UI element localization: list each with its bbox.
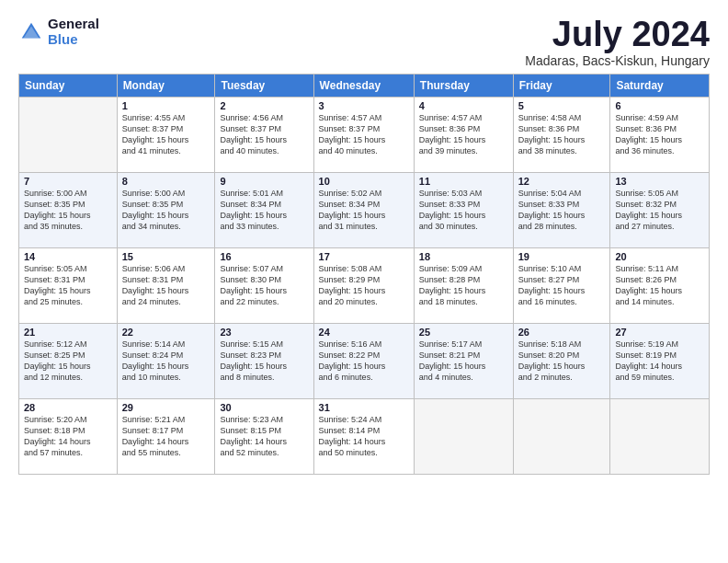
day-number: 23 [220,327,308,338]
calendar-cell [414,399,513,475]
calendar-body: 1Sunrise: 4:55 AMSunset: 8:37 PMDaylight… [19,98,710,475]
calendar-cell [610,399,710,475]
calendar-cell: 8Sunrise: 5:00 AMSunset: 8:35 PMDaylight… [117,173,215,248]
calendar-cell: 2Sunrise: 4:56 AMSunset: 8:37 PMDaylight… [215,98,313,173]
day-number: 4 [419,100,508,111]
day-info: Sunrise: 4:57 AMSunset: 8:36 PMDaylight:… [419,112,508,157]
day-number: 3 [319,100,409,111]
day-info: Sunrise: 5:10 AMSunset: 8:27 PMDaylight:… [518,263,606,308]
calendar-cell: 13Sunrise: 5:05 AMSunset: 8:32 PMDayligh… [610,173,710,248]
day-info: Sunrise: 5:24 AMSunset: 8:14 PMDaylight:… [319,414,409,459]
calendar-header-friday: Friday [513,75,610,98]
day-number: 10 [319,176,409,187]
calendar: SundayMondayTuesdayWednesdayThursdayFrid… [18,74,710,475]
logo-general: General [48,17,99,32]
day-number: 20 [615,251,704,262]
day-number: 5 [518,100,606,111]
calendar-header-tuesday: Tuesday [215,75,313,98]
day-number: 26 [518,327,606,338]
location: Madaras, Bacs-Kiskun, Hungary [525,53,710,68]
day-number: 6 [615,100,704,111]
day-number: 1 [122,100,210,111]
day-info: Sunrise: 5:23 AMSunset: 8:15 PMDaylight:… [220,414,308,459]
month-title: July 2024 [525,17,710,52]
title-block: July 2024 Madaras, Bacs-Kiskun, Hungary [525,17,710,68]
day-number: 31 [319,402,409,413]
calendar-cell: 19Sunrise: 5:10 AMSunset: 8:27 PMDayligh… [513,248,610,324]
calendar-cell [19,98,118,173]
calendar-week-5: 28Sunrise: 5:20 AMSunset: 8:18 PMDayligh… [19,399,710,475]
calendar-header-wednesday: Wednesday [313,75,414,98]
calendar-cell: 23Sunrise: 5:15 AMSunset: 8:23 PMDayligh… [215,324,313,399]
calendar-header-monday: Monday [117,75,215,98]
day-number: 30 [220,402,308,413]
day-number: 24 [319,327,409,338]
day-info: Sunrise: 5:00 AMSunset: 8:35 PMDaylight:… [122,188,210,233]
calendar-week-2: 7Sunrise: 5:00 AMSunset: 8:35 PMDaylight… [19,173,710,248]
day-info: Sunrise: 5:16 AMSunset: 8:22 PMDaylight:… [319,339,409,384]
day-info: Sunrise: 5:12 AMSunset: 8:25 PMDaylight:… [24,339,112,384]
calendar-cell: 3Sunrise: 4:57 AMSunset: 8:37 PMDaylight… [313,98,414,173]
calendar-cell: 12Sunrise: 5:04 AMSunset: 8:33 PMDayligh… [513,173,610,248]
day-info: Sunrise: 5:02 AMSunset: 8:34 PMDaylight:… [319,188,409,233]
calendar-week-3: 14Sunrise: 5:05 AMSunset: 8:31 PMDayligh… [19,248,710,324]
day-number: 21 [24,327,112,338]
day-info: Sunrise: 5:03 AMSunset: 8:33 PMDaylight:… [419,188,508,233]
day-number: 17 [319,251,409,262]
day-number: 7 [24,176,112,187]
day-number: 25 [419,327,508,338]
day-info: Sunrise: 5:08 AMSunset: 8:29 PMDaylight:… [319,263,409,308]
day-info: Sunrise: 5:09 AMSunset: 8:28 PMDaylight:… [419,263,508,308]
calendar-cell: 5Sunrise: 4:58 AMSunset: 8:36 PMDaylight… [513,98,610,173]
calendar-cell: 24Sunrise: 5:16 AMSunset: 8:22 PMDayligh… [313,324,414,399]
calendar-cell: 15Sunrise: 5:06 AMSunset: 8:31 PMDayligh… [117,248,215,324]
calendar-header-saturday: Saturday [610,75,710,98]
day-number: 27 [615,327,704,338]
day-number: 12 [518,176,606,187]
day-number: 29 [122,402,210,413]
calendar-cell: 20Sunrise: 5:11 AMSunset: 8:26 PMDayligh… [610,248,710,324]
calendar-cell: 11Sunrise: 5:03 AMSunset: 8:33 PMDayligh… [414,173,513,248]
calendar-cell: 30Sunrise: 5:23 AMSunset: 8:15 PMDayligh… [215,399,313,475]
day-number: 16 [220,251,308,262]
day-number: 19 [518,251,606,262]
day-info: Sunrise: 4:55 AMSunset: 8:37 PMDaylight:… [122,112,210,157]
day-number: 28 [24,402,112,413]
calendar-cell: 22Sunrise: 5:14 AMSunset: 8:24 PMDayligh… [117,324,215,399]
day-number: 2 [220,100,308,111]
calendar-cell: 7Sunrise: 5:00 AMSunset: 8:35 PMDaylight… [19,173,118,248]
day-info: Sunrise: 4:56 AMSunset: 8:37 PMDaylight:… [220,112,308,157]
calendar-header-row: SundayMondayTuesdayWednesdayThursdayFrid… [19,75,710,98]
day-number: 15 [122,251,210,262]
day-info: Sunrise: 5:05 AMSunset: 8:32 PMDaylight:… [615,188,704,233]
calendar-header-sunday: Sunday [19,75,118,98]
calendar-cell: 28Sunrise: 5:20 AMSunset: 8:18 PMDayligh… [19,399,118,475]
calendar-week-4: 21Sunrise: 5:12 AMSunset: 8:25 PMDayligh… [19,324,710,399]
calendar-cell: 9Sunrise: 5:01 AMSunset: 8:34 PMDaylight… [215,173,313,248]
day-number: 18 [419,251,508,262]
calendar-header-thursday: Thursday [414,75,513,98]
calendar-cell [513,399,610,475]
day-info: Sunrise: 5:17 AMSunset: 8:21 PMDaylight:… [419,339,508,384]
day-number: 9 [220,176,308,187]
day-info: Sunrise: 5:19 AMSunset: 8:19 PMDaylight:… [615,339,704,384]
day-info: Sunrise: 5:04 AMSunset: 8:33 PMDaylight:… [518,188,606,233]
calendar-week-1: 1Sunrise: 4:55 AMSunset: 8:37 PMDaylight… [19,98,710,173]
day-info: Sunrise: 5:15 AMSunset: 8:23 PMDaylight:… [220,339,308,384]
day-info: Sunrise: 5:20 AMSunset: 8:18 PMDaylight:… [24,414,112,459]
day-number: 8 [122,176,210,187]
day-info: Sunrise: 5:05 AMSunset: 8:31 PMDaylight:… [24,263,112,308]
day-number: 14 [24,251,112,262]
calendar-cell: 16Sunrise: 5:07 AMSunset: 8:30 PMDayligh… [215,248,313,324]
logo-icon [18,19,44,45]
day-info: Sunrise: 5:00 AMSunset: 8:35 PMDaylight:… [24,188,112,233]
day-info: Sunrise: 5:14 AMSunset: 8:24 PMDaylight:… [122,339,210,384]
calendar-cell: 26Sunrise: 5:18 AMSunset: 8:20 PMDayligh… [513,324,610,399]
day-info: Sunrise: 5:21 AMSunset: 8:17 PMDaylight:… [122,414,210,459]
day-number: 11 [419,176,508,187]
day-info: Sunrise: 5:07 AMSunset: 8:30 PMDaylight:… [220,263,308,308]
calendar-cell: 17Sunrise: 5:08 AMSunset: 8:29 PMDayligh… [313,248,414,324]
calendar-cell: 6Sunrise: 4:59 AMSunset: 8:36 PMDaylight… [610,98,710,173]
page-header: General Blue July 2024 Madaras, Bacs-Kis… [18,17,710,68]
calendar-cell: 31Sunrise: 5:24 AMSunset: 8:14 PMDayligh… [313,399,414,475]
